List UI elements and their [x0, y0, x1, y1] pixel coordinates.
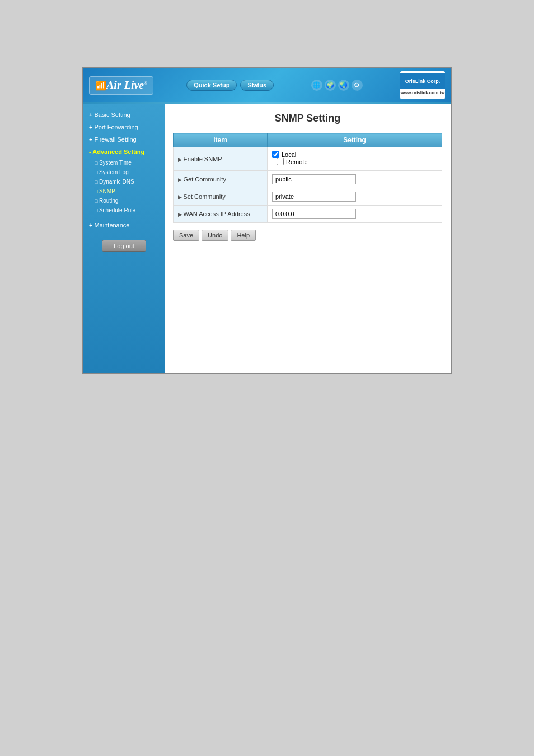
action-buttons: Save Undo Help — [173, 230, 442, 241]
corp-url: www.orislink.com.tw — [400, 89, 445, 97]
logo-area: 📶 Air Live® — [89, 76, 153, 95]
sidebar-item-advanced-setting[interactable]: Advanced Setting — [83, 146, 165, 158]
get-community-input[interactable] — [272, 174, 356, 184]
logo-text: Air Live® — [106, 79, 147, 92]
nav-buttons: Quick Setup Status — [186, 80, 274, 91]
sidebar-sub-snmp[interactable]: SNMP — [83, 186, 165, 196]
corp-logo: OrisLink Corp. www.orislink.com.tw — [400, 71, 445, 99]
home-icon[interactable]: ⚙ — [352, 80, 363, 91]
sidebar-sub-system-log[interactable]: System Log — [83, 167, 165, 177]
globe1-icon[interactable]: 🌐 — [311, 80, 322, 91]
setting-get-community — [268, 171, 442, 188]
sidebar-item-maintenance[interactable]: Maintenance — [83, 219, 165, 231]
sidebar-sub-dynamic-dns[interactable]: Dynamic DNS — [83, 177, 165, 186]
settings-table: Item Setting Enable SNMP Local — [173, 133, 442, 223]
item-wan-access-ip: WAN Access IP Address — [174, 206, 268, 223]
sidebar-sub-routing[interactable]: Routing — [83, 196, 165, 206]
remote-checkbox-label: Remote — [277, 158, 308, 165]
table-row-get-community: Get Community — [174, 171, 442, 188]
table-row-set-community: Set Community — [174, 188, 442, 206]
content-area: SNMP Setting Item Setting Enable SNMP — [165, 104, 451, 373]
set-community-input[interactable] — [272, 192, 356, 202]
sidebar-divider — [83, 217, 165, 217]
quick-setup-button[interactable]: Quick Setup — [186, 80, 237, 91]
item-set-community: Set Community — [174, 188, 268, 206]
wan-access-ip-input[interactable] — [272, 209, 356, 219]
setting-set-community — [268, 188, 442, 206]
item-enable-snmp: Enable SNMP — [174, 147, 268, 171]
corp-name: OrisLink Corp. — [405, 78, 441, 84]
sidebar-item-firewall-setting[interactable]: Firewall Setting — [83, 133, 165, 146]
sidebar: Basic Setting Port Forwarding Firewall S… — [83, 104, 165, 373]
table-row-enable-snmp: Enable SNMP Local Remote — [174, 147, 442, 171]
corp-logo-top: OrisLink Corp. — [400, 73, 445, 89]
remote-checkbox[interactable] — [277, 158, 284, 165]
globe2-icon[interactable]: 🌍 — [325, 80, 336, 91]
local-checkbox-label: Local — [272, 151, 437, 158]
header: 📶 Air Live® Quick Setup Status 🌐 🌍 🌏 ⚙ O… — [83, 68, 451, 102]
column-header-item: Item — [174, 133, 268, 147]
local-checkbox[interactable] — [272, 151, 279, 158]
main-layout: Basic Setting Port Forwarding Firewall S… — [83, 104, 451, 373]
setting-wan-access-ip — [268, 206, 442, 223]
item-get-community: Get Community — [174, 171, 268, 188]
router-frame: 📶 Air Live® Quick Setup Status 🌐 🌍 🌏 ⚙ O… — [82, 67, 452, 374]
help-button[interactable]: Help — [231, 230, 256, 241]
sidebar-sub-system-time[interactable]: System Time — [83, 158, 165, 167]
table-row-wan-access-ip: WAN Access IP Address — [174, 206, 442, 223]
status-button[interactable]: Status — [240, 80, 274, 91]
undo-button[interactable]: Undo — [202, 230, 228, 241]
column-header-setting: Setting — [268, 133, 442, 147]
globe3-icon[interactable]: 🌏 — [338, 80, 349, 91]
wifi-icon: 📶 — [95, 80, 106, 91]
sidebar-sub-schedule-rule[interactable]: Schedule Rule — [83, 206, 165, 215]
logout-area: Log out — [83, 231, 165, 260]
sidebar-item-port-forwarding[interactable]: Port Forwarding — [83, 121, 165, 133]
sidebar-item-basic-setting[interactable]: Basic Setting — [83, 109, 165, 121]
logout-button[interactable]: Log out — [102, 240, 146, 252]
header-icons: 🌐 🌍 🌏 ⚙ — [311, 80, 363, 91]
page-title: SNMP Setting — [173, 113, 442, 124]
save-button[interactable]: Save — [173, 230, 199, 241]
setting-enable-snmp: Local Remote — [268, 147, 442, 171]
logo-box: 📶 Air Live® — [89, 76, 153, 95]
